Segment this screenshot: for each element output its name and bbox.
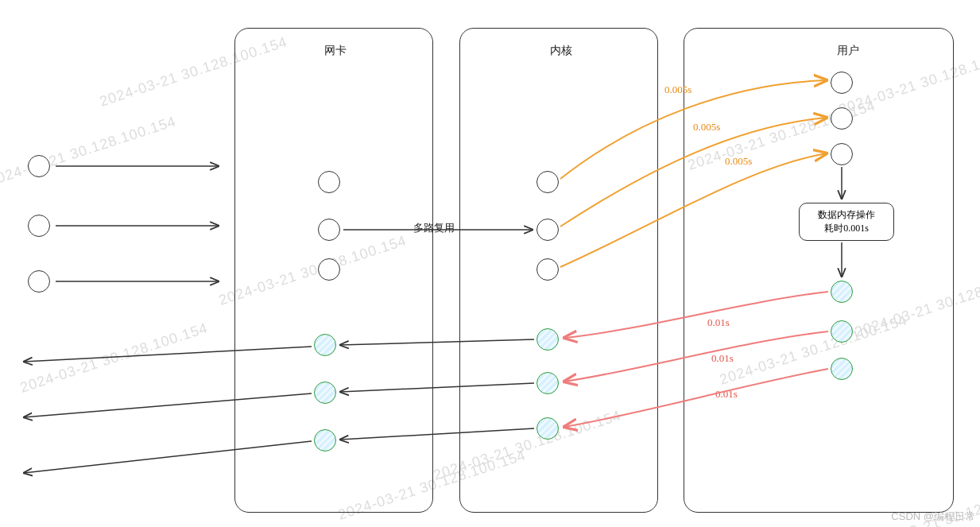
kernel-green-2 [536,372,559,394]
kernel-node-3 [536,258,559,281]
column-user [684,28,954,513]
user-node-1 [831,72,853,94]
nic-green-3 [314,429,336,451]
source-node-2 [28,215,50,237]
kernel-node-2 [536,219,559,241]
op-box-line2: 耗时0.001s [806,222,887,235]
time-u2k-3: 0.01s [715,388,738,401]
user-green-2 [831,320,853,343]
time-k2u-3: 0.005s [725,155,752,168]
column-title-user: 用户 [837,44,859,58]
time-u2k-2: 0.01s [711,352,734,365]
multiplex-label: 多路复用 [413,221,455,235]
memory-op-box: 数据内存操作 耗时0.001s [799,203,894,241]
column-title-kernel: 内核 [550,44,572,58]
kernel-green-3 [536,417,559,440]
user-green-3 [831,358,853,380]
attribution: CSDN @编程日常 [891,510,975,524]
nic-node-1 [318,171,340,193]
nic-node-3 [318,258,340,281]
op-box-line1: 数据内存操作 [806,208,887,222]
user-node-2 [831,107,853,130]
column-title-nic: 网卡 [324,44,347,58]
time-u2k-1: 0.01s [707,316,730,329]
time-k2u-1: 0.005s [664,83,691,96]
kernel-green-1 [536,328,559,351]
nic-green-2 [314,382,336,404]
user-node-3 [831,143,853,165]
watermark: 2024-03-21 30.128.100.154 [0,113,178,189]
time-k2u-2: 0.005s [693,121,720,134]
kernel-node-1 [536,171,559,193]
column-kernel [459,28,658,513]
source-node-3 [28,270,50,293]
watermark: 2024-03-21 30.128.100.154 [18,320,211,396]
source-node-1 [28,155,50,177]
nic-node-2 [318,219,340,241]
user-green-1 [831,281,853,303]
nic-green-1 [314,334,336,356]
